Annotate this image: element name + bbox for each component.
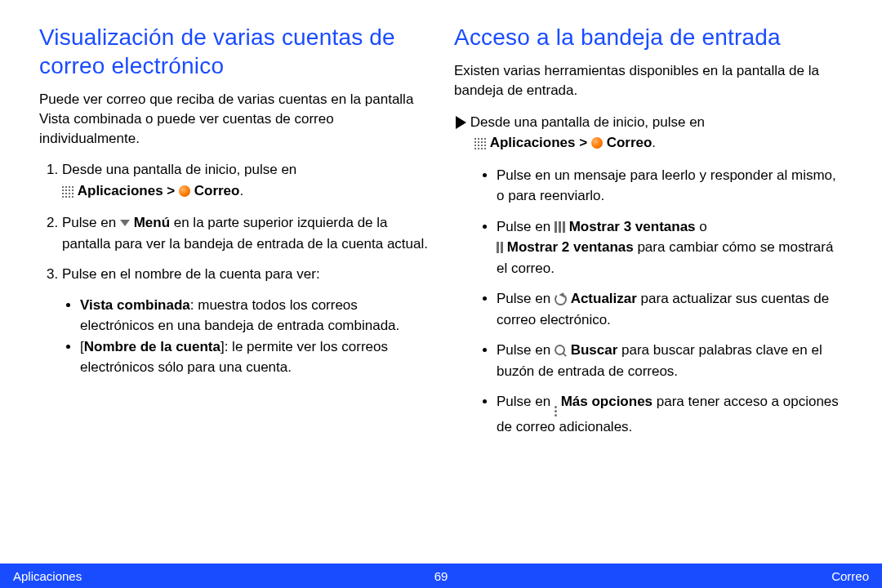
b5-more: Más opciones [561, 394, 653, 409]
step-2-text-a: Pulse en [62, 215, 120, 230]
dropdown-caret-icon [120, 220, 130, 226]
inbox-bullet-1: Pulse en un mensaje para leerlo y respon… [497, 165, 843, 207]
svg-rect-13 [65, 196, 67, 198]
inbox-tools-list: Pulse en un mensaje para leerlo y respon… [454, 165, 843, 438]
apps-grid-icon [474, 134, 486, 155]
two-pane-icon [497, 242, 503, 253]
svg-rect-3 [72, 186, 74, 188]
refresh-icon [555, 293, 567, 305]
svg-rect-25 [478, 145, 479, 146]
step-1-text-a: Desde una pantalla de inicio, pulse en [62, 162, 296, 177]
numbered-steps-left: Desde una pantalla de inicio, pulse en A… [39, 159, 428, 378]
footer-right: Correo [831, 569, 869, 583]
step-3-sublist: Vista combinada: muestra todos los corre… [62, 295, 428, 378]
svg-rect-7 [72, 189, 74, 191]
svg-rect-17 [478, 138, 479, 140]
page-footer: Aplicaciones 69 Correo [0, 564, 882, 588]
svg-rect-11 [72, 193, 74, 194]
step-2: Pulse en Menú en la parte superior izqui… [62, 212, 428, 254]
lead-period: . [652, 135, 656, 150]
svg-rect-6 [69, 189, 70, 191]
svg-rect-29 [478, 148, 479, 149]
footer-page-number: 69 [434, 569, 448, 583]
svg-rect-20 [474, 141, 476, 143]
step-3-text: Pulse en el nombre de la cuenta para ver… [62, 266, 320, 282]
inbox-bullet-2: Pulse en Mostrar 3 ventanas o Mostrar 2 … [497, 216, 843, 279]
svg-rect-27 [484, 145, 486, 146]
document-page: Visualización de varias cuentas de corre… [0, 0, 882, 588]
more-options-icon [555, 406, 557, 416]
apps-grid-icon [62, 182, 74, 203]
left-column: Visualización de varias cuentas de corre… [39, 23, 428, 448]
step-1: Desde una pantalla de inicio, pulse en A… [62, 159, 428, 203]
svg-rect-28 [474, 148, 476, 149]
svg-rect-31 [484, 148, 486, 149]
inbox-bullet-5: Pulse en Más opciones para tener acceso … [497, 391, 843, 438]
play-triangle-icon [456, 116, 466, 129]
three-pane-icon [555, 221, 565, 233]
intro-paragraph-right: Existen varias herramientas disponibles … [454, 61, 843, 100]
svg-rect-19 [484, 138, 486, 140]
svg-rect-22 [481, 141, 483, 143]
svg-rect-1 [65, 186, 67, 188]
svg-rect-16 [474, 138, 476, 140]
step-3-bullet-1: Vista combinada: muestra todos los corre… [80, 295, 428, 336]
lead-apps: Aplicaciones [490, 135, 576, 150]
svg-rect-26 [481, 145, 483, 146]
b3-refresh: Actualizar [571, 291, 637, 306]
lead-text-a: Desde una pantalla de inicio, pulse en [470, 114, 705, 130]
lead-mail: Correo [607, 135, 653, 150]
b2-show2: Mostrar 2 ventanas [507, 239, 634, 255]
b4-search: Buscar [571, 342, 618, 358]
intro-paragraph-left: Puede ver correo que reciba de varias cu… [39, 90, 428, 148]
two-column-layout: Visualización de varias cuentas de corre… [0, 0, 882, 448]
bullet-2-bold: Nombre de la cuenta [84, 339, 220, 354]
b2-prefix: Pulse en [497, 219, 555, 234]
svg-rect-23 [484, 141, 486, 143]
step-1-mail: Correo [194, 183, 240, 198]
svg-rect-0 [62, 186, 64, 188]
section-heading-left: Visualización de varias cuentas de corre… [39, 23, 428, 80]
section-heading-right: Acceso a la bandeja de entrada [454, 23, 843, 51]
step-1-period: . [239, 183, 243, 198]
b5-prefix: Pulse en [497, 394, 555, 409]
svg-rect-10 [69, 193, 70, 194]
svg-rect-30 [481, 148, 483, 149]
inbox-bullet-4: Pulse en Buscar para buscar palabras cla… [497, 340, 843, 381]
svg-rect-12 [62, 196, 64, 198]
svg-rect-8 [62, 193, 64, 194]
mail-app-icon [179, 185, 190, 197]
svg-rect-5 [65, 189, 67, 191]
inbox-bullet-3: Pulse en Actualizar para actualizar sus … [497, 288, 843, 330]
bullet-1-bold: Vista combinada [80, 297, 190, 313]
b3-prefix: Pulse en [497, 291, 555, 306]
step-1-apps: Aplicaciones [78, 183, 163, 198]
step-3: Pulse en el nombre de la cuenta para ver… [62, 264, 428, 378]
lead-greater: > [576, 135, 591, 150]
svg-rect-24 [474, 145, 476, 146]
footer-left: Aplicaciones [13, 569, 82, 583]
right-column: Acceso a la bandeja de entrada Existen v… [454, 23, 843, 448]
b4-prefix: Pulse en [497, 342, 555, 358]
search-icon [555, 345, 567, 357]
svg-rect-21 [478, 141, 479, 143]
b2-show3: Mostrar 3 ventanas [569, 219, 696, 234]
svg-rect-9 [65, 193, 67, 194]
lead-step-right: Desde una pantalla de inicio, pulse en A… [454, 112, 843, 155]
mail-app-icon [591, 137, 603, 149]
svg-rect-15 [72, 196, 74, 198]
b2-mid: o [696, 219, 707, 234]
svg-rect-18 [481, 138, 483, 140]
svg-rect-14 [69, 196, 70, 198]
svg-rect-2 [69, 186, 70, 188]
step-3-bullet-2: [Nombre de la cuenta]: le permite ver lo… [80, 336, 428, 378]
step-1-greater: > [163, 183, 179, 198]
step-2-menu: Menú [134, 215, 170, 230]
svg-rect-4 [62, 189, 64, 191]
